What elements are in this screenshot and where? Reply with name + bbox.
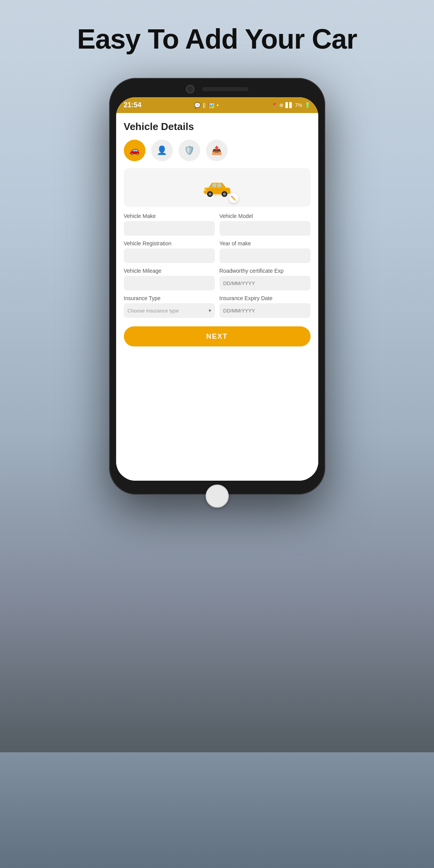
roadworthy-cert-input[interactable] bbox=[220, 276, 311, 290]
battery-icon: 🔋 bbox=[304, 102, 311, 108]
insurance-expiry-group: Insurance Expiry Date bbox=[220, 295, 311, 318]
vehicle-model-input[interactable] bbox=[220, 221, 311, 236]
speaker-bar bbox=[202, 87, 248, 91]
insurance-type-label: Insurance Type bbox=[124, 295, 215, 301]
insurance-expiry-label: Insurance Expiry Date bbox=[220, 295, 311, 301]
vehicle-model-group: Vehicle Model bbox=[220, 213, 311, 236]
vehicle-mileage-label: Vehicle Mileage bbox=[124, 268, 215, 274]
camera-dot bbox=[186, 85, 194, 93]
chevron-down-icon: ▾ bbox=[209, 308, 211, 313]
svg-rect-2 bbox=[212, 183, 216, 187]
dot-icon: • bbox=[217, 102, 219, 108]
step-4-icon: 📤 bbox=[211, 145, 222, 155]
insurance-expiry-input[interactable] bbox=[220, 303, 311, 318]
vehicle-registration-label: Vehicle Registration bbox=[124, 240, 215, 247]
road-background bbox=[0, 752, 434, 868]
insurance-type-placeholder: Choose insurance type bbox=[128, 308, 209, 314]
phone-top-hardware bbox=[116, 85, 318, 93]
phone-body: 21:54 💬 ₿ 🖼️ • 📍 ⊛ ▋▋ 7% 🔋 Vehicle Detai bbox=[109, 78, 325, 495]
edit-car-button[interactable]: ✏️ bbox=[229, 194, 238, 203]
step-3-insurance[interactable]: 🛡️ bbox=[179, 140, 200, 161]
status-time: 21:54 bbox=[124, 101, 142, 109]
insurance-type-group: Insurance Type Choose insurance type ▾ bbox=[124, 295, 215, 318]
step-1-vehicle[interactable]: 🚗 bbox=[124, 140, 145, 161]
bitcoin-icon: ₿ bbox=[203, 102, 206, 108]
roadworthy-cert-group: Roadworthy certificate Exp bbox=[220, 268, 311, 290]
whatsapp-icon: 💬 bbox=[194, 102, 201, 108]
vehicle-model-label: Vehicle Model bbox=[220, 213, 311, 219]
car-image-area: ✏️ bbox=[124, 168, 311, 207]
page-title: Easy To Add Your Car bbox=[77, 23, 357, 55]
status-icons-right: 📍 ⊛ ▋▋ 7% 🔋 bbox=[271, 102, 311, 108]
step-1-icon: 🚗 bbox=[129, 145, 140, 155]
signal-icon: ▋▋ bbox=[285, 102, 293, 108]
pencil-icon: ✏️ bbox=[231, 196, 236, 201]
year-of-make-label: Year of make bbox=[220, 240, 311, 247]
location-icon: 📍 bbox=[271, 102, 277, 108]
vehicle-registration-group: Vehicle Registration bbox=[124, 240, 215, 263]
wifi-icon: ⊛ bbox=[279, 102, 284, 108]
status-icons-left: 💬 ₿ 🖼️ • bbox=[194, 102, 219, 108]
status-bar: 21:54 💬 ₿ 🖼️ • 📍 ⊛ ▋▋ 7% 🔋 bbox=[116, 97, 318, 113]
step-2-icon: 👤 bbox=[157, 145, 167, 155]
home-button[interactable] bbox=[206, 485, 229, 508]
car-illustration bbox=[200, 177, 235, 198]
svg-point-5 bbox=[208, 193, 211, 196]
vehicle-make-label: Vehicle Make bbox=[124, 213, 215, 219]
screen-title: Vehicle Details bbox=[124, 121, 311, 133]
app-content: Vehicle Details 🚗 👤 🛡️ 📤 bbox=[116, 113, 318, 481]
svg-point-7 bbox=[223, 193, 226, 196]
form-row-4: Insurance Type Choose insurance type ▾ I… bbox=[124, 295, 311, 318]
phone-frame: 21:54 💬 ₿ 🖼️ • 📍 ⊛ ▋▋ 7% 🔋 Vehicle Detai bbox=[109, 78, 325, 495]
step-2-person[interactable]: 👤 bbox=[151, 140, 173, 161]
vehicle-make-input[interactable] bbox=[124, 221, 215, 236]
form-row-2: Vehicle Registration Year of make bbox=[124, 240, 311, 263]
year-of-make-group: Year of make bbox=[220, 240, 311, 263]
battery-text: 7% bbox=[295, 102, 302, 108]
next-button[interactable]: NEXT bbox=[124, 326, 311, 346]
vehicle-mileage-group: Vehicle Mileage bbox=[124, 268, 215, 290]
steps-row: 🚗 👤 🛡️ 📤 bbox=[124, 140, 311, 161]
phone-screen: 21:54 💬 ₿ 🖼️ • 📍 ⊛ ▋▋ 7% 🔋 Vehicle Detai bbox=[116, 97, 318, 481]
svg-rect-3 bbox=[217, 183, 221, 187]
step-3-icon: 🛡️ bbox=[184, 145, 194, 155]
vehicle-make-group: Vehicle Make bbox=[124, 213, 215, 236]
vehicle-registration-input[interactable] bbox=[124, 248, 215, 263]
insurance-type-select[interactable]: Choose insurance type ▾ bbox=[124, 303, 215, 318]
step-4-upload[interactable]: 📤 bbox=[206, 140, 228, 161]
vehicle-mileage-input[interactable] bbox=[124, 276, 215, 290]
year-of-make-input[interactable] bbox=[220, 248, 311, 263]
roadworthy-cert-label: Roadworthy certificate Exp bbox=[220, 268, 311, 274]
form-row-3: Vehicle Mileage Roadworthy certificate E… bbox=[124, 268, 311, 290]
image-icon: 🖼️ bbox=[208, 102, 214, 108]
form-row-1: Vehicle Make Vehicle Model bbox=[124, 213, 311, 236]
